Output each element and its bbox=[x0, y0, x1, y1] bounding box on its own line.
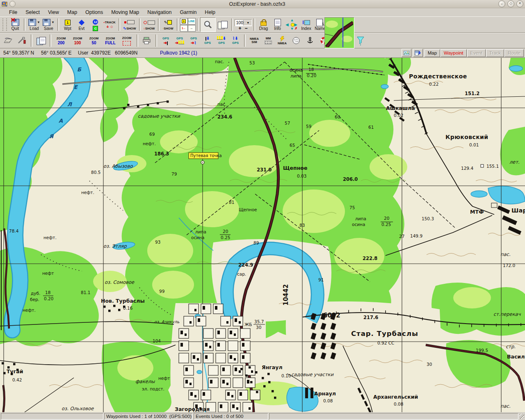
filter-button[interactable] bbox=[356, 36, 365, 46]
zoom-gps-toolbar: ZOOM200ZOOM100ZOOM50ZOOMFULLZOOM GPS ➔ G… bbox=[0, 33, 525, 48]
map-label: 20 bbox=[384, 216, 389, 221]
longitude-readout: 56° 03,565ґ E bbox=[41, 50, 78, 56]
info-button[interactable]: Info bbox=[271, 17, 285, 32]
quit-icon: ✕ bbox=[11, 19, 19, 26]
map-label: осина bbox=[290, 68, 303, 73]
drag-button[interactable]: Drag bbox=[257, 17, 271, 32]
track-button[interactable]: ▪TRACK + ○ bbox=[103, 17, 117, 32]
menu-view[interactable]: View bbox=[44, 9, 63, 16]
zoom-full-button[interactable]: ZOOMFULL bbox=[102, 33, 119, 48]
zoom-in-button[interactable]: + bbox=[238, 26, 241, 30]
menu-help[interactable]: Help bbox=[201, 9, 219, 16]
menu-select[interactable]: Select bbox=[21, 9, 44, 16]
load-button[interactable]: ▼ Load bbox=[27, 17, 41, 32]
tab-map[interactable]: Map bbox=[425, 49, 440, 57]
menu-navigation[interactable]: Navigation bbox=[143, 9, 176, 16]
separator bbox=[137, 34, 138, 47]
map-label: стр. bbox=[506, 344, 516, 349]
show-track-button[interactable]: ∿SHOW bbox=[122, 17, 137, 32]
map-canvas[interactable]: пас.53осина18липа0.20Рождественское0.221… bbox=[0, 58, 525, 412]
gps-get-waypoints-button[interactable]: ⬇ GPS bbox=[201, 33, 215, 48]
print-button[interactable] bbox=[140, 33, 154, 48]
maximize-button[interactable]: ◇ bbox=[507, 0, 514, 7]
separator bbox=[50, 34, 51, 47]
zoom-window-button[interactable]: ZOOM bbox=[119, 33, 135, 48]
copy-image-button[interactable] bbox=[34, 33, 48, 48]
menu-options[interactable]: Options bbox=[81, 9, 107, 16]
waypoints-used-status: Waypoints Used : 1 of 10000 (GPS:500) bbox=[104, 413, 193, 420]
map-label: 0.20 bbox=[44, 296, 53, 301]
gps-get-track-button[interactable]: ⌇⬇ GPS bbox=[228, 33, 242, 48]
zoom-level-select[interactable]: 100 ▼ bbox=[235, 19, 252, 26]
gps-get-events-button[interactable]: ⬇ GPS bbox=[215, 33, 228, 48]
magnifier-button[interactable] bbox=[200, 17, 216, 32]
map-label: 222.8 bbox=[363, 256, 377, 261]
map-label: 18 bbox=[308, 67, 314, 72]
title-bar[interactable]: OziExplorer - bash.ozfx3 ⌄ ◇ ✕ bbox=[0, 0, 525, 8]
line-tool-button[interactable]: LINE bbox=[188, 18, 196, 25]
minimize-button[interactable]: ⌄ bbox=[498, 0, 505, 7]
gps-send-events-button[interactable]: GPS ➔ bbox=[173, 33, 187, 48]
zoom-out-button[interactable]: − bbox=[245, 26, 248, 30]
event-button[interactable]: Evt bbox=[75, 17, 89, 32]
gps-send-track-button[interactable]: GPS ➔⌇ bbox=[187, 33, 201, 48]
index-button[interactable]: I Index bbox=[299, 17, 313, 32]
image-button[interactable] bbox=[402, 49, 411, 57]
close-button[interactable]: ✕ bbox=[516, 0, 523, 7]
map-label: 104 bbox=[153, 338, 161, 343]
ruler-button[interactable]: ↔ bbox=[188, 25, 196, 32]
map-tools-button[interactable] bbox=[15, 33, 29, 48]
save-button[interactable]: ▼ Save bbox=[41, 17, 56, 32]
waypoint-list-button[interactable]: 1 bbox=[180, 18, 188, 25]
map-label: 30 bbox=[427, 362, 432, 367]
menu-garmin[interactable]: Garmin bbox=[176, 9, 201, 16]
map-label: сар. bbox=[237, 272, 246, 276]
tab-event: Event bbox=[467, 49, 486, 57]
separator bbox=[244, 34, 246, 47]
tools-icon bbox=[17, 37, 27, 44]
lightning-icon bbox=[280, 36, 285, 42]
anchor-button[interactable] bbox=[303, 33, 317, 48]
tab-waypoint[interactable]: Waypoint bbox=[441, 49, 467, 57]
distance-tool-button[interactable] bbox=[1, 33, 15, 48]
map-label: 57 bbox=[285, 121, 290, 126]
zoom-dropdown-icon[interactable]: ▼ bbox=[243, 20, 251, 25]
menu-file[interactable]: File bbox=[5, 9, 21, 16]
quit-button[interactable]: ✕ Quit bbox=[8, 17, 22, 32]
nmea-button[interactable]: NMEA bbox=[275, 33, 289, 48]
position-button[interactable] bbox=[289, 33, 303, 48]
map-label: лет. bbox=[509, 159, 520, 165]
map-label: осина bbox=[191, 235, 204, 240]
map-label: Янгаул bbox=[262, 364, 283, 370]
waypoint-button[interactable]: 1 Wpt bbox=[61, 17, 75, 32]
toolbar-grip[interactable] bbox=[2, 18, 7, 31]
map-label: нефт. bbox=[143, 141, 156, 146]
resize-grip[interactable] bbox=[519, 414, 524, 419]
magnifier-icon bbox=[203, 20, 212, 29]
pages-button[interactable] bbox=[216, 17, 230, 32]
map-label: 69 bbox=[149, 132, 155, 137]
map-label: 89 bbox=[253, 240, 259, 245]
zoom-200-button[interactable]: ZOOM200 bbox=[53, 33, 69, 48]
nmea-simulator-button[interactable]: NMEA SIM bbox=[247, 33, 261, 48]
moving-map-button[interactable]: MM bbox=[261, 33, 275, 48]
zoom-50-button[interactable]: ZOOM50 bbox=[86, 33, 102, 48]
pan-control[interactable]: ▲ ◀ ▶ ▼ ✗ bbox=[285, 17, 299, 32]
magnified-map-preview[interactable] bbox=[324, 17, 354, 48]
gps-send-waypoints-button[interactable]: GPS ➔ bbox=[159, 33, 173, 48]
zoom-100-button[interactable]: ZOOM100 bbox=[69, 33, 86, 48]
show-event-button[interactable]: ○SHOW bbox=[142, 17, 156, 32]
menu-moving-map[interactable]: Moving Map bbox=[107, 9, 143, 16]
topographic-map[interactable]: пас.53осина18липа0.20Рождественское0.221… bbox=[0, 58, 525, 412]
status-panel-spacer bbox=[269, 413, 518, 420]
printer-icon bbox=[142, 37, 151, 44]
track-add-icon: + ○ bbox=[106, 25, 113, 29]
map-comment-button[interactable]: 12 C bbox=[89, 17, 103, 32]
menu-map[interactable]: Map bbox=[63, 9, 81, 16]
page-tabs: MapWaypointEventTrackRoute bbox=[402, 49, 524, 57]
save-image-button[interactable] bbox=[413, 49, 423, 57]
waypoint-range-button[interactable]: 1↔ bbox=[180, 25, 188, 32]
map-label: А bbox=[59, 118, 63, 124]
show-waypoint-button[interactable]: ✎ ▫SHOW bbox=[161, 17, 175, 32]
window-menu-button[interactable] bbox=[9, 1, 16, 7]
